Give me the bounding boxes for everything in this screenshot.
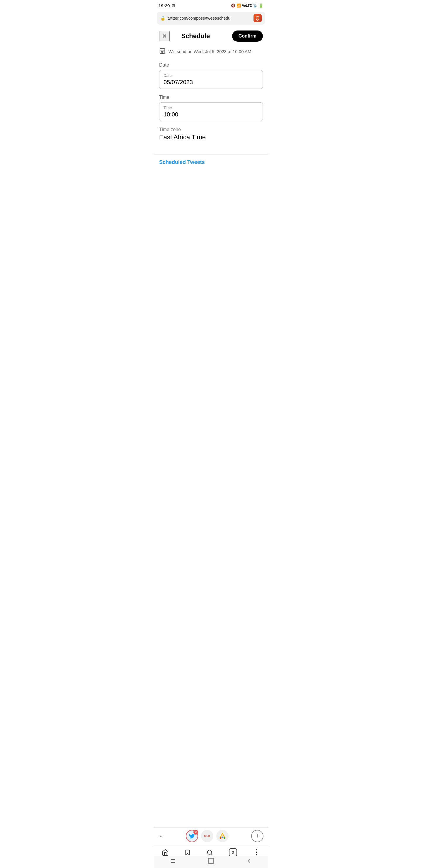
- confirm-button[interactable]: Confirm: [232, 31, 263, 42]
- scheduled-tweets-link[interactable]: Scheduled Tweets: [159, 159, 205, 165]
- status-image-icon: 🖼: [171, 3, 175, 8]
- timezone-value: East Africa Time: [159, 133, 263, 141]
- page-content: ✕ Schedule Confirm Will send on Wed, Jul…: [154, 27, 268, 145]
- schedule-info: Will send on Wed, Jul 5, 2023 at 10:00 A…: [159, 48, 263, 55]
- scheduled-tweets-section: Scheduled Tweets: [154, 154, 268, 170]
- svg-line-6: [162, 52, 163, 52]
- time-section-label: Time: [159, 95, 263, 100]
- timezone-label: Time zone: [159, 127, 263, 132]
- brave-browser-icon: [254, 14, 262, 22]
- schedule-clock-icon: [159, 48, 166, 55]
- schedule-info-text: Will send on Wed, Jul 5, 2023 at 10:00 A…: [168, 49, 251, 54]
- date-section-label: Date: [159, 62, 263, 68]
- lock-icon: 🔒: [160, 16, 165, 21]
- date-input-field[interactable]: Date 05/07/2023: [159, 70, 263, 89]
- volte-icon: VoLTE: [242, 4, 252, 7]
- header-row: ✕ Schedule Confirm: [159, 31, 263, 42]
- status-icons: 🔇 📶 VoLTE 📡 🔋: [231, 3, 263, 8]
- address-bar[interactable]: 🔒 twitter.com/compose/tweet/schedu: [157, 12, 265, 25]
- time-input-label: Time: [164, 105, 258, 110]
- page-title: Schedule: [159, 32, 232, 40]
- date-input-label: Date: [164, 73, 258, 78]
- timezone-section: Time zone East Africa Time: [159, 127, 263, 141]
- time-input-field[interactable]: Time 10:00: [159, 102, 263, 121]
- wifi-icon: 📶: [236, 3, 241, 8]
- mute-icon: 🔇: [231, 3, 235, 8]
- signal-icon: 📡: [253, 3, 257, 8]
- url-text: twitter.com/compose/tweet/schedu: [168, 16, 251, 21]
- status-time: 19:29: [159, 3, 170, 8]
- date-input-value: 05/07/2023: [164, 79, 258, 86]
- time-input-value: 10:00: [164, 111, 258, 118]
- status-bar: 19:29 🖼 🔇 📶 VoLTE 📡 🔋: [154, 0, 268, 10]
- battery-icon: 🔋: [258, 3, 263, 8]
